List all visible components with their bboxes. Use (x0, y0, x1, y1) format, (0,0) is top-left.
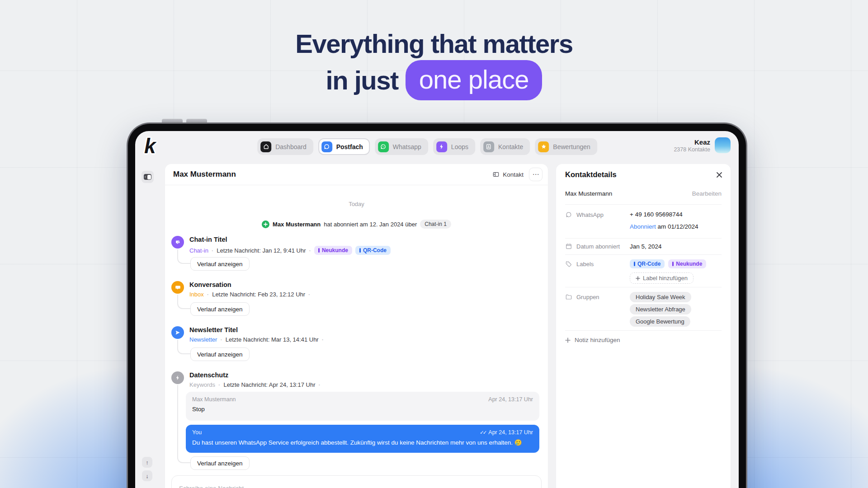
scroll-down-button[interactable]: ↓ (142, 470, 152, 481)
channel-link[interactable]: Inbox (189, 291, 204, 298)
labels-row-label: Labels (565, 260, 594, 267)
add-label-button[interactable]: Label hinzufügen (630, 272, 693, 284)
subscribed-date: am 01/12/2024 (658, 223, 698, 230)
label-pill-neukunde[interactable]: Neukunde (668, 259, 706, 268)
inbox-chat-icon (171, 281, 184, 294)
subscription-status: Abonniert am 01/12/2024 (630, 223, 698, 230)
dot-separator (207, 291, 209, 298)
scroll-up-button[interactable]: ↑ (142, 457, 152, 468)
details-title: Kontaktdetails (565, 170, 617, 179)
app-logo: k (144, 134, 156, 158)
connector-line (177, 295, 190, 309)
kontakt-button-label: Kontakt (503, 171, 524, 178)
main-nav-tabs: Dashboard Postfach Whatsapp Loops Kontak… (257, 138, 597, 155)
conversation-panel: Max Mustermann Kontakt ⋯ Today Max Muste… (165, 164, 548, 488)
last-message-info: Letzte Nachricht: Mar 13, 14:41 Uhr (226, 336, 319, 343)
subscribe-source-badge[interactable]: Chat-in 1 (420, 220, 451, 229)
tab-label: Kontakte (498, 143, 523, 150)
whatsapp-number: + 49 160 95698744 (630, 211, 683, 218)
channel-link[interactable]: Chat-in (189, 247, 208, 254)
entry-title: Chat-in Titel (189, 236, 227, 243)
tab-whatsapp[interactable]: Whatsapp (375, 138, 428, 155)
message-text: Du hast unseren WhatsApp Service erfolgr… (192, 439, 533, 446)
last-message-info: Letzte Nachricht: Jan 12, 9:41 Uhr (217, 247, 306, 254)
message-time: Apr 24, 13:17 Uhr (488, 396, 533, 403)
whatsapp-icon (378, 141, 389, 152)
dot-separator (218, 381, 220, 388)
contacts-icon (483, 141, 494, 152)
pill-bar (634, 262, 635, 266)
abonniert-link[interactable]: Abonniert (630, 223, 656, 230)
tab-bewertungen[interactable]: Bewertungen (535, 138, 597, 155)
message-bubble-incoming: Max Mustermann Apr 24, 13:17 Uhr Stop (186, 392, 539, 421)
tab-label: Bewertungen (553, 143, 590, 150)
group-pill[interactable]: Google Bewertung (630, 316, 690, 327)
channel-link[interactable]: Keywords (189, 381, 215, 388)
pill-label: QR-Ccde (637, 261, 660, 267)
subscriber-name: Max Mustermann (273, 221, 321, 228)
message-input[interactable] (171, 475, 542, 488)
device-frame: k Dashboard Postfach Whatsapp Loops (128, 124, 746, 488)
dot-separator (318, 381, 320, 388)
group-pill[interactable]: Newsletter Abfrage (630, 304, 691, 314)
show-history-button[interactable]: Verlauf anzeigen (190, 456, 250, 470)
dot-separator (308, 291, 310, 298)
more-options-button[interactable]: ⋯ (529, 168, 542, 181)
field-label: Datum abonniert (576, 243, 620, 250)
dot-separator (309, 247, 311, 254)
subscribe-text: hat abonniert am 12. Jan 2024 über (324, 221, 417, 228)
day-divider: Today (165, 201, 548, 207)
label-pill-qr-ccde[interactable]: QR-Ccde (630, 259, 665, 268)
pill-bar (359, 248, 361, 253)
add-note-button[interactable]: Notiz hinzufügen (565, 337, 620, 343)
message-composer (171, 475, 542, 488)
field-label: Gruppen (576, 294, 599, 300)
plus-icon (636, 276, 640, 281)
calendar-icon (565, 243, 572, 250)
kontakt-button[interactable]: Kontakt (492, 171, 524, 178)
plus-circle-icon (262, 221, 269, 228)
close-icon[interactable] (716, 172, 722, 178)
tab-label: Whatsapp (393, 143, 421, 150)
message-sender: Max Mustermann (192, 396, 236, 403)
marketing-page: { "page": { "headline_line1": "Everythin… (0, 0, 868, 488)
divider (565, 254, 722, 255)
account-name: Keaz (674, 138, 710, 146)
headline-line2-prefix: in just (326, 64, 398, 97)
conversation-header: Max Mustermann Kontakt ⋯ (165, 164, 548, 185)
hero-section: Everything that matters in just one plac… (0, 27, 868, 100)
entry-meta: Newsletter Letzte Nachricht: Mar 13, 14:… (189, 336, 324, 343)
edit-button[interactable]: Bearbeiten (692, 190, 722, 197)
message-timeline: Today Max Mustermann hat abonniert am 12… (165, 185, 548, 470)
sidebar-toggle-icon: ‹ (144, 174, 151, 180)
bolt-icon (436, 141, 447, 152)
plus-icon (565, 338, 571, 343)
account-widget[interactable]: Keaz 2378 Kontakte (674, 137, 731, 153)
last-message-info: Letzte Nachricht: Feb 23, 12:12 Uhr (212, 291, 305, 298)
avatar[interactable] (715, 137, 731, 153)
show-history-button[interactable]: Verlauf anzeigen (190, 257, 250, 271)
group-pill[interactable]: Holiday Sale Week (630, 292, 691, 302)
tab-kontakte[interactable]: Kontakte (480, 138, 530, 155)
star-icon (538, 141, 549, 152)
tab-loops[interactable]: Loops (433, 138, 475, 155)
dashboard-icon (260, 141, 271, 152)
message-sender: You (192, 429, 202, 436)
groups-row-label: Gruppen (565, 293, 599, 300)
dot-separator (212, 247, 213, 254)
tab-dashboard[interactable]: Dashboard (257, 138, 313, 155)
label-pill-neukunde[interactable]: Neukunde (314, 246, 352, 255)
show-history-button[interactable]: Verlauf anzeigen (190, 347, 250, 361)
message-text: Stop (192, 406, 533, 413)
contact-details-panel: Kontaktdetails Max Mustermann Bearbeiten… (556, 164, 731, 488)
divider (565, 204, 722, 205)
tab-label: Dashboard (275, 143, 307, 150)
details-contact-name: Max Mustermann (565, 190, 612, 197)
entry-meta: Chat-in Letzte Nachricht: Jan 12, 9:41 U… (189, 246, 391, 255)
label-pill-qr-code[interactable]: QR-Code (355, 246, 391, 255)
sidebar-toggle-button[interactable]: ‹ (142, 171, 154, 183)
arrow-up-icon: ↑ (146, 459, 149, 466)
show-history-button[interactable]: Verlauf anzeigen (190, 302, 250, 316)
tab-postfach[interactable]: Postfach (318, 138, 370, 155)
channel-link[interactable]: Newsletter (189, 336, 217, 343)
